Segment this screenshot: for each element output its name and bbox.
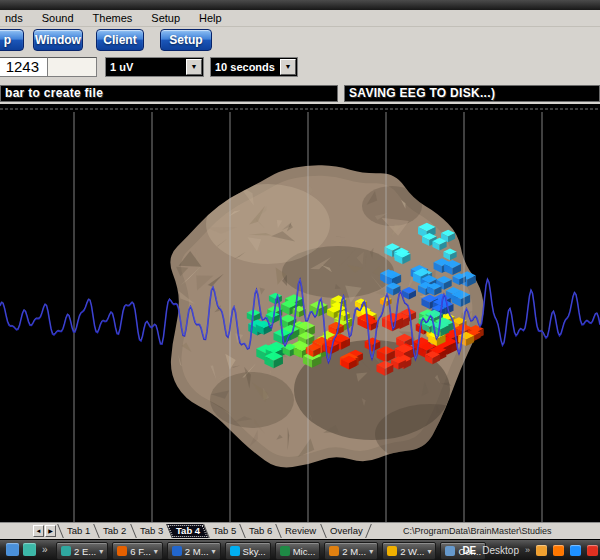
taskbar-button-w[interactable]: 2 W...▾ bbox=[382, 542, 436, 560]
studies-path-label: C:\ProgramData\BrainMaster\Studies bbox=[403, 526, 552, 536]
brain-visualization-panel bbox=[0, 104, 600, 522]
app-icon bbox=[230, 546, 240, 556]
client-button[interactable]: Client bbox=[96, 29, 144, 51]
timebase-combobox-value: 10 seconds bbox=[211, 61, 280, 73]
value-field[interactable]: 1243 bbox=[0, 57, 48, 77]
caret-icon[interactable]: ▾ bbox=[99, 547, 103, 556]
media-player-icon[interactable] bbox=[23, 543, 36, 556]
menu-item-setup[interactable]: Setup bbox=[149, 11, 182, 25]
tab-2[interactable]: Tab 2 bbox=[93, 524, 135, 538]
aux-field[interactable] bbox=[47, 57, 97, 77]
brain-3d-scene bbox=[0, 104, 600, 522]
overflow-chevron-icon[interactable]: » bbox=[42, 544, 48, 555]
brainmaster-window: nds Sound Themes Setup Help p Window Cli… bbox=[0, 0, 600, 560]
tab-3[interactable]: Tab 3 bbox=[130, 524, 172, 538]
desktop-chevron-icon[interactable]: » bbox=[525, 545, 530, 555]
menu-item-sound[interactable]: Sound bbox=[40, 11, 76, 25]
taskbar-button-explorer[interactable]: 2 E...▾ bbox=[56, 542, 108, 560]
tabs-row: Tab 1 Tab 2 Tab 3 Tab 4 Tab 5 Tab 6 Revi… bbox=[60, 523, 377, 539]
scale-combobox-value: 1 uV bbox=[106, 61, 186, 73]
show-desktop-icon[interactable] bbox=[6, 543, 19, 556]
system-tray: DE Desktop » bbox=[462, 542, 598, 558]
controls-bar: 1243 1 uV ▼ 10 seconds ▼ bbox=[0, 54, 600, 83]
tab-6[interactable]: Tab 6 bbox=[239, 524, 281, 538]
menu-item-sounds[interactable]: nds bbox=[3, 11, 25, 25]
menu-bar: nds Sound Themes Setup Help bbox=[0, 10, 600, 27]
caret-icon[interactable]: ▾ bbox=[154, 547, 158, 556]
taskbar-button-firefox[interactable]: 6 F...▾ bbox=[112, 542, 163, 560]
desktop-toolbar-label[interactable]: Desktop bbox=[482, 545, 519, 556]
app-icon bbox=[329, 546, 339, 556]
tab-scroll-left-icon[interactable]: ◄ bbox=[33, 525, 44, 537]
tray-icon-4[interactable] bbox=[587, 545, 598, 556]
main-toolbar: p Window Client Setup bbox=[0, 27, 600, 54]
tab-1[interactable]: Tab 1 bbox=[57, 524, 99, 538]
tab-review[interactable]: Review bbox=[276, 524, 326, 538]
scale-combobox[interactable]: 1 uV ▼ bbox=[105, 57, 204, 77]
setup-button[interactable]: Setup bbox=[160, 29, 212, 51]
tab-strip: ◄ ▶ Tab 1 Tab 2 Tab 3 Tab 4 Tab 5 Tab 6 … bbox=[0, 522, 600, 539]
taskbar-button-mic[interactable]: Mic... bbox=[275, 542, 321, 560]
tab-endcap bbox=[365, 524, 380, 538]
app-icon bbox=[117, 546, 127, 556]
tab-overlay[interactable]: Overlay bbox=[320, 524, 371, 538]
window-top-edge bbox=[0, 0, 600, 10]
status-bar: bar to create file SAVING EEG TO DISK...… bbox=[0, 83, 600, 104]
status-message-right: SAVING EEG TO DISK...) bbox=[344, 85, 600, 102]
taskbar-button-m1[interactable]: 2 M...▾ bbox=[167, 542, 221, 560]
tray-icon-3[interactable] bbox=[570, 545, 581, 556]
status-message-left: bar to create file bbox=[0, 85, 338, 102]
app-icon bbox=[172, 546, 182, 556]
chevron-down-icon[interactable]: ▼ bbox=[186, 59, 202, 75]
app-icon bbox=[387, 546, 397, 556]
app-icon bbox=[280, 546, 290, 556]
tray-icon-2[interactable] bbox=[553, 545, 564, 556]
caret-icon[interactable]: ▾ bbox=[427, 547, 431, 556]
menu-item-help[interactable]: Help bbox=[197, 11, 224, 25]
caret-icon[interactable]: ▾ bbox=[212, 547, 216, 556]
chevron-down-icon[interactable]: ▼ bbox=[280, 59, 296, 75]
windows-taskbar: » 2 E...▾ 6 F...▾ 2 M...▾ Sky... Mic... … bbox=[0, 539, 600, 560]
tray-icon-1[interactable] bbox=[536, 545, 547, 556]
taskbar-button-skype[interactable]: Sky... bbox=[225, 542, 271, 560]
taskbar-button-m2[interactable]: 2 M...▾ bbox=[324, 542, 378, 560]
tab-4[interactable]: Tab 4 bbox=[166, 524, 209, 538]
tab-5[interactable]: Tab 5 bbox=[203, 524, 245, 538]
task-buttons-area: 2 E...▾ 6 F...▾ 2 M...▾ Sky... Mic... 2 … bbox=[56, 542, 486, 560]
caret-icon[interactable]: ▾ bbox=[369, 547, 373, 556]
app-icon bbox=[445, 546, 455, 556]
app-icon bbox=[61, 546, 71, 556]
language-indicator[interactable]: DE bbox=[462, 545, 476, 556]
timebase-combobox[interactable]: 10 seconds ▼ bbox=[210, 57, 298, 77]
window-button[interactable]: Window bbox=[33, 29, 83, 51]
menu-item-themes[interactable]: Themes bbox=[91, 11, 135, 25]
quick-launch-area: » bbox=[6, 543, 48, 556]
tab-scroll-right-icon[interactable]: ▶ bbox=[45, 525, 56, 537]
stop-button[interactable]: p bbox=[0, 29, 24, 51]
